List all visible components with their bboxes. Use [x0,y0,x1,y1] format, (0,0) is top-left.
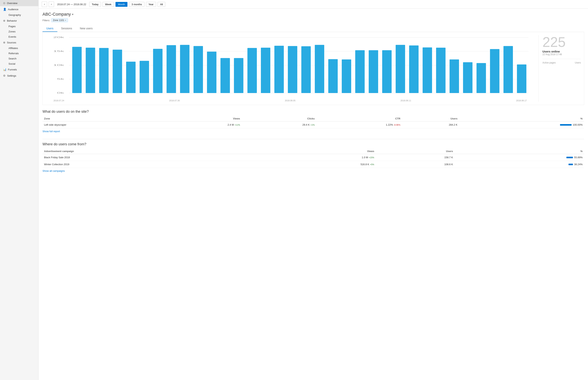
sidebar-item-geography[interactable]: Geography [7,12,39,18]
tab-sessions[interactable]: Sessions [57,25,76,32]
filter-tag-zone-label: Zone [53,19,58,22]
sidebar-item-affiliates[interactable]: Affiliates [7,46,39,51]
svg-text:10k: 10k [53,64,64,66]
sidebar-item-settings[interactable]: ⚙ Settings [0,73,39,79]
company-dropdown[interactable]: ▾ [72,13,73,16]
campaign-users: 158.7 K [376,154,454,161]
sidebar-item-sources[interactable]: ⊗ Sources [0,39,39,46]
company-title: ABC-Company [42,12,71,17]
svg-rect-14 [126,62,136,93]
campaign-percent-value: 38.24% [574,163,583,166]
prev-button[interactable]: ‹ [42,1,47,7]
svg-rect-15 [140,61,149,93]
svg-text:15k: 15k [53,50,64,52]
sidebar-item-overview[interactable]: ⊙ Overview [0,0,39,6]
zone-table: Zone Views Clicks CTR Users % Left side … [42,116,584,128]
active-pages-label: Active pages [542,61,556,64]
chart-container: 20k 15k 10k 5k 0k 2018.07.24 2018.07.30 [42,32,584,105]
tab-new-users[interactable]: New users [76,25,96,32]
svg-rect-32 [369,50,378,93]
zone-ctr: 1.22% -8.96% [316,121,402,128]
funnels-icon: 📊 [3,68,6,71]
section-divider [42,139,584,139]
sidebar-item-audience[interactable]: 👤 Audience [0,6,39,12]
show-all-campaigns-link[interactable]: Show all campaigns [42,168,65,174]
sidebar-section-audience: 👤 Audience Geography [0,6,39,18]
svg-rect-31 [355,50,365,93]
sidebar-item-pages[interactable]: Pages [7,24,39,29]
sidebar-section-behavior: ⊕ Behavior Pages Zones Events [0,18,39,39]
svg-rect-34 [396,45,405,93]
campaign-users: 108.6 K [376,161,454,168]
svg-rect-21 [220,58,230,93]
sources-icon: ⊗ [3,41,5,44]
company-header: ABC-Company ▾ [42,12,584,17]
table-row: Black Friday Sale 2018 1.0 M +15% 158.7 … [42,154,584,161]
svg-rect-13 [113,50,122,93]
svg-rect-40 [477,63,486,93]
year-button[interactable]: Year [146,2,156,7]
zone-table-header: Zone Views Clicks CTR Users % [42,116,584,121]
toolbar: ‹ › 2018.07.24 — 2018.08.22 Today Week M… [39,0,588,9]
percent-col-header: % [459,116,584,121]
svg-rect-43 [517,64,526,93]
x-label-3: 2018.08.05 [285,99,295,102]
sidebar-item-search[interactable]: Search [7,56,39,61]
campaign-progress-bar [568,164,573,165]
svg-rect-29 [328,59,338,93]
campaign-name: Black Friday Sale 2018 [42,154,263,161]
active-pages-header: Active pages Users [542,59,581,64]
views-col-header: Views [166,116,242,121]
sidebar-sub-audience: Geography [0,12,39,18]
chart-svg: 20k 15k 10k 5k 0k [46,35,534,101]
campaign-percent: 55.89% [454,154,584,161]
sidebar-item-referrals[interactable]: Referrals [7,51,39,56]
users-col-header: Users [402,116,459,121]
week-button[interactable]: Week [102,2,114,7]
sidebar-item-behavior[interactable]: ⊕ Behavior [0,18,39,24]
sidebar: ⊙ Overview 👤 Audience Geography ⊕ Behavi… [0,0,39,380]
svg-rect-16 [153,49,163,93]
month-button[interactable]: Month [116,2,127,7]
campaign-percent-value: 55.89% [574,156,583,159]
svg-text:0k: 0k [57,92,64,94]
today-button[interactable]: Today [89,2,101,7]
campaign-views: 1.0 M +15% [263,154,376,161]
sidebar-item-funnels[interactable]: 📊 Funnels [0,66,39,73]
svg-rect-18 [180,45,189,93]
page-content: ABC-Company ▾ Filters: Zone 1101 × Users… [39,9,588,182]
campaign-users-col-header: Users [376,149,454,154]
sidebar-sub-sources: Affiliates Referrals Search Social [0,46,39,66]
svg-rect-24 [261,48,270,93]
three-months-button[interactable]: 3 months [129,2,144,7]
campaign-table-header: Advertisement campaign Views Users % [42,149,584,154]
campaign-progress-bar [566,157,573,158]
zone-col-header: Zone [42,116,166,121]
campaign-percent: 38.24% [454,161,584,168]
sidebar-item-zones[interactable]: Zones [7,29,39,34]
campaign-col-header: Advertisement campaign [42,149,263,154]
filter-tag-value: 1101 [59,19,64,22]
x-label-2: 2018.07.30 [169,99,180,102]
svg-text:5k: 5k [57,78,64,80]
chart-tabs: Users Sessions New users [42,25,584,32]
filter-tag-close[interactable]: × [65,19,66,21]
svg-rect-28 [315,45,324,93]
svg-rect-39 [463,62,472,93]
svg-rect-25 [274,46,284,93]
sidebar-item-social[interactable]: Social [7,61,39,66]
campaign-section: Where do users come from? Advertisement … [42,142,584,174]
all-button[interactable]: All [157,2,165,7]
behavior-icon: ⊕ [3,19,5,22]
svg-rect-12 [99,48,109,93]
svg-rect-38 [450,59,459,93]
svg-text:20k: 20k [53,36,64,38]
zone-section: What do users do on the site? Zone Views… [42,110,584,134]
show-full-report-link[interactable]: Show full report [42,128,60,134]
zone-section-title: What do users do on the site? [42,110,584,114]
zone-views: 2.4 M +11% [166,121,242,128]
sidebar-item-events[interactable]: Events [7,34,39,39]
svg-rect-26 [288,46,297,93]
next-button[interactable]: › [49,1,54,7]
tab-users[interactable]: Users [42,25,57,32]
